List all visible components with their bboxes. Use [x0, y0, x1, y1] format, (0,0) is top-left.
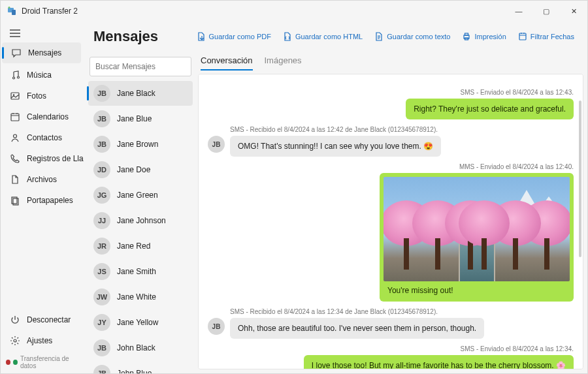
contact-item[interactable]: JGJane Green	[88, 183, 193, 208]
toolbar-guardar-como-html[interactable]: Guardar como HTML	[279, 29, 367, 44]
app-title: Droid Transfer 2	[22, 7, 78, 16]
toolbar-filtrar-fechas[interactable]: Filtrar Fechas	[514, 29, 578, 44]
avatar: JW	[93, 288, 110, 305]
message-row: I love those too! But my all-time favori…	[208, 355, 574, 369]
sidebar-item-label: Registros de Llam	[27, 154, 84, 163]
sidebar-item-música[interactable]: Música	[1, 65, 84, 86]
search-input[interactable]	[90, 57, 191, 76]
contact-item[interactable]: JWJane White	[88, 285, 193, 309]
sidebar-item-label: Portapapeles	[27, 196, 73, 205]
topbar: Mensajes Guardar como PDFGuardar como HT…	[84, 22, 587, 48]
message-bubble: Ohh, those are beautiful too. I've never…	[230, 318, 484, 339]
sidebar-item-calendarios[interactable]: Calendarios	[1, 106, 84, 127]
toolbar-button-label: Guardar como HTML	[295, 33, 363, 40]
avatar: JS	[93, 263, 110, 280]
avatar: JB	[93, 339, 110, 356]
contact-item[interactable]: JYJane Yellow	[88, 310, 193, 335]
sidebar-item-label: Archivos	[27, 175, 57, 184]
sidebar-item-label: Música	[27, 70, 52, 80]
contact-item[interactable]: JDJane Doe	[88, 157, 193, 182]
contact-item[interactable]: JBJohn Blue	[88, 361, 193, 373]
message-meta: SMS - Recibido el 8/4/2024 a las 12:34 d…	[230, 308, 574, 315]
window-close[interactable]: ✕	[560, 1, 587, 22]
contact-item[interactable]: JBJohn Black	[88, 335, 193, 360]
sidebar-item-label: Desconectar	[27, 315, 71, 324]
message-row: Right? They're just so delicate and grac…	[208, 99, 574, 119]
message-bubble: I love those too! But my all-time favori…	[304, 355, 574, 369]
contact-name: Jane Brown	[117, 140, 158, 149]
svg-rect-5	[11, 114, 19, 121]
calls-icon	[10, 153, 20, 164]
contacts-icon	[10, 132, 20, 143]
sidebar-item-mensajes[interactable]: Mensajes	[2, 42, 81, 63]
window-minimize[interactable]: —	[505, 1, 532, 22]
contact-item[interactable]: JJJane Johnson	[88, 208, 193, 233]
sidebar-item-registros-de-llam[interactable]: Registros de Llam	[1, 148, 84, 169]
avatar: JB	[93, 110, 110, 127]
sidebar: MensajesMúsicaFotosCalendariosContactosR…	[1, 22, 84, 373]
contact-name: Jane Smith	[117, 267, 156, 276]
status-label: Transferencia de datos	[20, 355, 78, 369]
status-dot-2	[13, 360, 18, 365]
contact-name: Jane Blue	[117, 114, 152, 123]
print-icon	[462, 32, 471, 41]
photos-icon	[10, 91, 20, 101]
window-maximize[interactable]: ▢	[532, 1, 560, 22]
settings-icon	[10, 335, 20, 346]
pdf-icon	[197, 32, 206, 41]
clipboard-icon	[10, 195, 20, 206]
contact-item[interactable]: JRJane Red	[88, 234, 193, 258]
hamburger-icon[interactable]	[1, 25, 84, 41]
svg-point-6	[14, 134, 17, 138]
calendar-icon	[10, 112, 20, 122]
toolbar-button-label: Impresión	[474, 33, 506, 40]
sidebar-item-fotos[interactable]: Fotos	[1, 86, 84, 106]
message-row: You're missing out!	[208, 173, 574, 302]
status-dot-1	[6, 360, 10, 365]
sidebar-item-contactos[interactable]: Contactos	[1, 127, 84, 148]
avatar: JB	[208, 136, 225, 153]
toolbar-button-label: Guardar como texto	[387, 33, 450, 40]
sidebar-item-archivos[interactable]: Archivos	[1, 169, 84, 190]
sidebar-item-label: Ajustes	[27, 336, 52, 345]
toolbar-button-label: Guardar como PDF	[209, 33, 271, 40]
scrollbar[interactable]	[579, 101, 581, 257]
tab-conversation[interactable]: Conversación	[201, 55, 253, 70]
avatar: JD	[93, 161, 110, 178]
sidebar-item-ajustes[interactable]: Ajustes	[1, 330, 84, 351]
tabs: Conversación Imágenes	[198, 50, 583, 71]
html-icon	[283, 32, 292, 41]
contact-name: John Black	[117, 343, 155, 352]
toolbar-guardar-como-pdf[interactable]: Guardar como PDF	[193, 29, 275, 44]
message-meta: MMS - Enviado el 8/4/2024 a las 12:40.	[208, 163, 574, 170]
tab-images[interactable]: Imágenes	[265, 55, 302, 70]
contact-item[interactable]: JSJane Smith	[88, 259, 193, 284]
sidebar-item-label: Fotos	[27, 91, 46, 101]
contact-item[interactable]: JBJane Brown	[88, 132, 193, 157]
contact-item[interactable]: JBJane Black	[88, 81, 193, 106]
avatar: JR	[93, 238, 110, 255]
sidebar-item-label: Contactos	[27, 133, 62, 142]
titlebar: Droid Transfer 2 — ▢ ✕	[1, 1, 587, 22]
status-row: Transferencia de datos	[1, 351, 84, 373]
contact-item[interactable]: JBJane Blue	[88, 106, 193, 131]
mms-image[interactable]	[384, 177, 570, 281]
svg-point-9	[14, 339, 16, 342]
toolbar-guardar-como-texto[interactable]: Guardar como texto	[370, 29, 454, 44]
contact-name: Jane Johnson	[117, 216, 166, 225]
conversation-scroll[interactable]: SMS - Enviado el 8/4/2024 a las 12:43.Ri…	[198, 74, 583, 369]
toolbar-button-label: Filtrar Fechas	[531, 33, 574, 40]
message-meta: SMS - Recibido el 8/4/2024 a las 12:42 d…	[230, 126, 574, 133]
sidebar-item-portapapeles[interactable]: Portapapeles	[1, 190, 84, 211]
message-meta: SMS - Enviado el 8/4/2024 a las 12:43.	[208, 89, 574, 96]
contact-name: Jane Black	[117, 89, 155, 98]
sidebar-item-label: Calendarios	[27, 112, 69, 121]
contact-name: Jane Red	[117, 242, 150, 251]
mms-caption: You're missing out!	[384, 281, 570, 298]
toolbar-impresión[interactable]: Impresión	[458, 29, 510, 44]
sidebar-item-desconectar[interactable]: Desconectar	[1, 309, 84, 330]
message-bubble: OMG! That's stunning!! I can see why you…	[230, 136, 441, 157]
files-icon	[10, 174, 20, 185]
message-bubble: Right? They're just so delicate and grac…	[406, 99, 574, 119]
contact-name: Jane Doe	[117, 165, 150, 174]
